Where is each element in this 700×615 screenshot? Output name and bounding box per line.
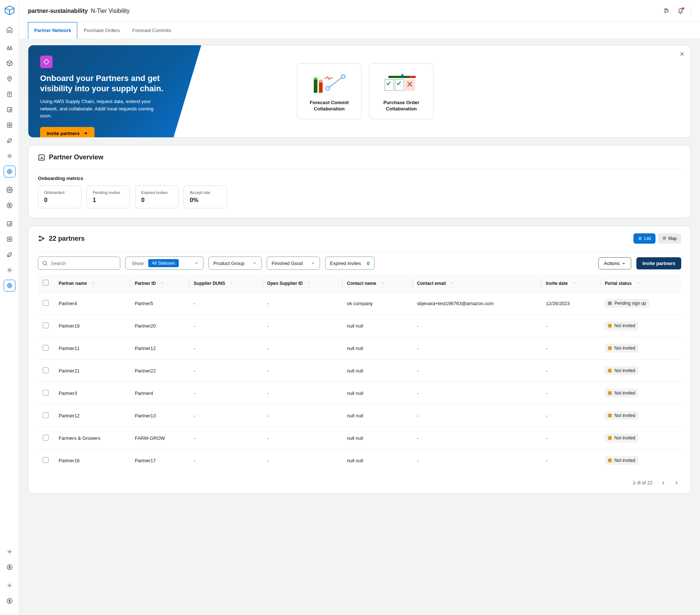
col-contact-email[interactable]: Contact email — [413, 275, 541, 292]
actions-button[interactable]: Actions — [598, 257, 632, 269]
cell-partner-id: Partner20 — [130, 315, 189, 337]
nav-chart[interactable] — [4, 104, 15, 116]
status-color-icon — [608, 436, 612, 440]
chart-icon — [38, 154, 45, 161]
col-supplier-duns[interactable]: Supplier DUNS — [189, 275, 263, 292]
nav-home[interactable] — [4, 24, 15, 35]
search-box[interactable] — [38, 257, 120, 270]
cell-duns: - — [189, 382, 263, 404]
nav-gear-sync2[interactable] — [4, 264, 15, 276]
chat-icon[interactable] — [663, 7, 670, 15]
tab-partner-network[interactable]: Partner Network — [28, 22, 77, 39]
nav-leaf[interactable] — [4, 135, 15, 146]
nav-group-4 — [4, 218, 15, 291]
nav-dollar[interactable] — [4, 199, 15, 211]
cell-invite-date: - — [541, 404, 600, 427]
invite-partners-hero-button[interactable]: Invite partners — [40, 127, 95, 138]
nav-group-3 — [4, 184, 15, 211]
col-open-supplier-id[interactable]: Open Supplier ID — [263, 275, 342, 292]
svg-point-18 — [8, 551, 10, 553]
cell-contact-email: sbjevara+test198763@amazon.com — [413, 292, 541, 315]
nav-dollar-bottom2[interactable] — [4, 595, 15, 607]
prev-page-button[interactable] — [661, 480, 666, 485]
cell-partner-name: Partner3 — [54, 382, 131, 404]
svg-rect-24 — [314, 77, 317, 79]
tile-forecast-commit[interactable]: Forecast Commit Collaboration — [297, 63, 362, 119]
col-contact-name[interactable]: Contact name — [342, 275, 412, 292]
nav-gear-bottom2[interactable] — [4, 580, 15, 591]
cell-contact-name: ok company — [342, 292, 412, 315]
svg-point-15 — [8, 269, 10, 271]
nav-location[interactable] — [4, 73, 15, 85]
cell-partner-name: Partner12 — [54, 404, 131, 427]
cell-partner-name: Partner16 — [54, 449, 131, 472]
product-group-filter[interactable]: Product Group — [209, 257, 262, 270]
nav-network-active[interactable] — [4, 166, 15, 177]
col-invite-date[interactable]: Invite date — [541, 275, 600, 292]
nav-leaf2[interactable] — [4, 249, 15, 261]
status-badge: Not invited — [605, 411, 639, 420]
row-checkbox[interactable] — [43, 367, 49, 373]
finished-good-filter[interactable]: Finished Good — [267, 257, 320, 270]
nav-gear-bottom[interactable] — [4, 546, 15, 558]
col-partner-name[interactable]: Partner name — [54, 275, 131, 292]
cell-portal-status: Not invited — [600, 315, 681, 337]
nav-binoculars[interactable] — [4, 42, 15, 54]
cell-portal-status: Not invited — [600, 337, 681, 360]
metric-accept: Accept rate0% — [184, 185, 227, 208]
sidebar — [0, 0, 19, 615]
view-list-button[interactable]: List — [633, 233, 655, 244]
table-row: Partner4 Partner5 - - ok company sbjevar… — [38, 292, 681, 315]
metric-onboarded: Onboarded0 — [38, 185, 81, 208]
cell-contact-name: null null — [342, 360, 412, 382]
app-logo[interactable] — [4, 4, 15, 16]
svg-point-41 — [43, 261, 46, 265]
row-checkbox[interactable] — [43, 345, 49, 351]
row-checkbox[interactable] — [43, 457, 49, 463]
tile-purchase-order[interactable]: Purchase Order Collaboration — [369, 63, 434, 119]
nav-gear2[interactable] — [4, 184, 15, 196]
nav-list[interactable] — [4, 119, 15, 131]
search-input[interactable] — [51, 261, 116, 266]
cell-contact-email: - — [413, 449, 541, 472]
expired-invites-filter[interactable]: Expired invites 0 — [325, 257, 374, 270]
nav-dollar-bottom[interactable] — [4, 561, 15, 573]
nav-cube[interactable] — [4, 57, 15, 69]
table-body: Partner4 Partner5 - - ok company sbjevar… — [38, 292, 681, 472]
partners-title: 22 partners — [49, 235, 85, 243]
nav-chart2[interactable] — [4, 218, 15, 230]
col-partner-id[interactable]: Partner ID — [130, 275, 189, 292]
cell-contact-email: - — [413, 337, 541, 360]
cell-invite-date: - — [541, 382, 600, 404]
nav-group-bottom — [4, 546, 15, 573]
chevron-down-icon — [194, 261, 199, 265]
row-checkbox[interactable] — [43, 435, 49, 441]
chevron-down-icon — [252, 261, 257, 265]
row-checkbox[interactable] — [43, 390, 49, 396]
next-page-button[interactable] — [674, 480, 679, 485]
invite-partners-button[interactable]: Invite partners — [636, 257, 681, 269]
view-map-button[interactable]: Map — [658, 233, 681, 244]
nav-list2[interactable] — [4, 233, 15, 245]
cell-portal-status: Not invited — [600, 404, 681, 427]
status-filter[interactable]: Show All Statuses — [125, 257, 203, 270]
list-icon — [638, 236, 642, 241]
cell-duns: - — [189, 315, 263, 337]
select-all-checkbox[interactable] — [43, 280, 49, 286]
row-checkbox[interactable] — [43, 322, 49, 328]
cell-duns: - — [189, 449, 263, 472]
svg-marker-35 — [400, 74, 405, 77]
tab-purchase-orders[interactable]: Purchase Orders — [77, 22, 126, 39]
cell-portal-status: Not invited — [600, 427, 681, 449]
nav-clipboard[interactable] — [4, 88, 15, 100]
col-portal-status[interactable]: Portal status — [600, 275, 681, 292]
tab-forecast-commits[interactable]: Forecast Commits — [126, 22, 177, 39]
status-color-icon — [608, 369, 612, 372]
chevron-down-icon — [622, 261, 626, 265]
nav-network2-active[interactable] — [4, 280, 15, 291]
bell-icon[interactable] — [677, 7, 684, 15]
row-checkbox[interactable] — [43, 412, 49, 418]
nav-gear-sync[interactable] — [4, 150, 15, 162]
row-checkbox[interactable] — [43, 300, 49, 306]
hero-close-button[interactable] — [679, 51, 685, 57]
